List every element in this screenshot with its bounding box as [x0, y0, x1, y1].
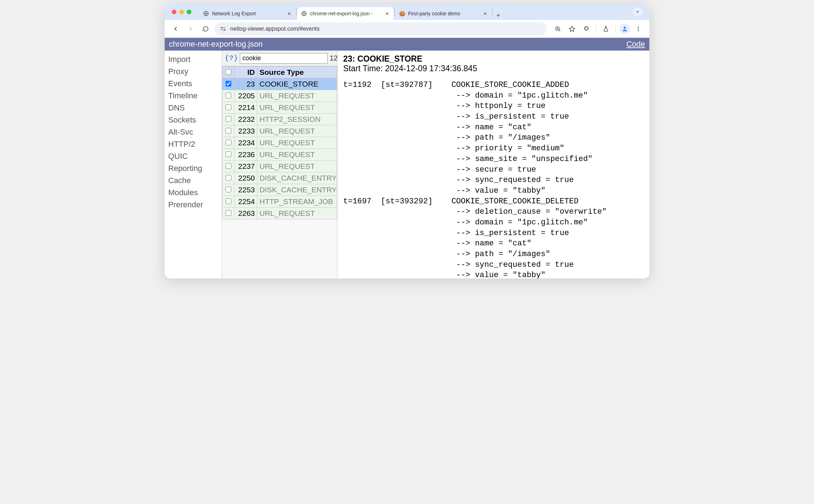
- code-link[interactable]: Code: [626, 40, 645, 49]
- row-checkbox[interactable]: [226, 116, 231, 122]
- content-area: Import Proxy Events Timeline DNS Sockets…: [165, 51, 649, 279]
- minimize-window-button[interactable]: [179, 10, 184, 14]
- sidebar-item-quic[interactable]: QUIC: [168, 150, 219, 162]
- table-row[interactable]: 2234URL_REQUEST: [222, 137, 337, 149]
- tab-network-log-export[interactable]: Network Log Export ✕: [199, 7, 295, 20]
- table-row[interactable]: 2237URL_REQUEST: [222, 161, 337, 172]
- table-row[interactable]: 2214URL_REQUEST: [222, 102, 337, 114]
- row-id: 2236: [235, 149, 257, 161]
- row-checkbox[interactable]: [226, 187, 231, 192]
- url-text: netlog-viewer.appspot.com/#events: [230, 26, 320, 32]
- row-source-type: URL_REQUEST: [257, 149, 337, 161]
- table-row[interactable]: 23COOKIE_STORE: [222, 78, 337, 90]
- close-tab-icon[interactable]: ✕: [384, 11, 390, 16]
- column-header-id[interactable]: ID: [235, 67, 257, 78]
- row-source-type: DISK_CACHE_ENTRY: [257, 172, 337, 184]
- svg-point-6: [638, 26, 639, 27]
- close-window-button[interactable]: [172, 10, 176, 14]
- back-button[interactable]: [170, 23, 182, 35]
- svg-point-7: [638, 28, 639, 30]
- address-bar[interactable]: netlog-viewer.appspot.com/#events: [215, 22, 547, 35]
- row-checkbox[interactable]: [226, 93, 231, 98]
- sidebar-item-prerender[interactable]: Prerender: [168, 199, 219, 211]
- table-row[interactable]: 2250DISK_CACHE_ENTRY: [222, 172, 337, 184]
- row-id: 2205: [235, 90, 257, 102]
- new-tab-button[interactable]: ＋: [493, 10, 503, 20]
- sidebar-item-cache[interactable]: Cache: [168, 175, 219, 187]
- globe-icon: [301, 10, 307, 17]
- select-all-checkbox[interactable]: [226, 69, 231, 75]
- row-checkbox[interactable]: [226, 163, 231, 169]
- reload-button[interactable]: [200, 23, 212, 35]
- forward-button[interactable]: [185, 23, 197, 35]
- tab-strip: Network Log Export ✕ chrome-net-export-l…: [165, 4, 649, 20]
- row-id: 2214: [235, 102, 257, 114]
- site-settings-icon[interactable]: [220, 25, 227, 32]
- tab-netlog-viewer[interactable]: chrome-net-export-log.json - ✕: [297, 7, 393, 20]
- row-id: 2233: [235, 125, 257, 137]
- event-detail-panel: 23: COOKIE_STORE Start Time: 2024-12-09 …: [338, 51, 649, 279]
- labs-icon[interactable]: [600, 23, 612, 35]
- filter-count: 12 of 69: [330, 54, 338, 62]
- sidebar-item-sockets[interactable]: Sockets: [168, 114, 219, 126]
- row-checkbox[interactable]: [226, 210, 231, 216]
- row-source-type: COOKIE_STORE: [257, 78, 337, 90]
- sidebar-item-reporting[interactable]: Reporting: [168, 162, 219, 175]
- tab-search-button[interactable]: [632, 7, 643, 16]
- row-checkbox[interactable]: [226, 140, 231, 145]
- tab-title: chrome-net-export-log.json -: [310, 11, 381, 16]
- table-row[interactable]: 2232HTTP2_SESSION: [222, 114, 337, 125]
- row-checkbox[interactable]: [226, 151, 231, 157]
- filter-input[interactable]: [240, 53, 328, 64]
- row-source-type: URL_REQUEST: [257, 102, 337, 114]
- sidebar-item-import[interactable]: Import: [168, 53, 219, 66]
- zoom-icon[interactable]: [552, 23, 564, 35]
- events-table: ID Source Type 23COOKIE_STORE2205URL_REQ…: [222, 66, 337, 219]
- tab-title: Network Log Export: [212, 11, 283, 16]
- tab-title: First-party cookie demo: [408, 11, 479, 16]
- sidebar-item-alt-svc[interactable]: Alt-Svc: [168, 126, 219, 138]
- svg-point-3: [224, 30, 225, 31]
- table-row[interactable]: 2253DISK_CACHE_ENTRY: [222, 184, 337, 196]
- row-id: 2263: [235, 208, 257, 219]
- close-tab-icon[interactable]: ✕: [286, 11, 292, 16]
- row-id: 2237: [235, 161, 257, 172]
- row-checkbox[interactable]: [226, 175, 231, 181]
- tab-first-party-cookie-demo[interactable]: 🍪 First-party cookie demo ✕: [395, 7, 491, 20]
- sidebar-item-proxy[interactable]: Proxy: [168, 66, 219, 78]
- row-checkbox[interactable]: [226, 104, 231, 110]
- table-row[interactable]: 2236URL_REQUEST: [222, 149, 337, 161]
- maximize-window-button[interactable]: [187, 10, 191, 14]
- row-source-type: URL_REQUEST: [257, 208, 337, 219]
- close-tab-icon[interactable]: ✕: [482, 11, 488, 16]
- svg-point-5: [624, 27, 626, 29]
- sidebar-item-dns[interactable]: DNS: [168, 102, 219, 114]
- row-id: 2250: [235, 172, 257, 184]
- row-source-type: URL_REQUEST: [257, 90, 337, 102]
- column-header-source[interactable]: Source Type: [257, 67, 337, 78]
- row-checkbox[interactable]: [226, 198, 231, 204]
- filter-bar: (?) 12 of 69: [222, 51, 337, 66]
- extensions-icon[interactable]: [580, 23, 592, 35]
- profile-button[interactable]: [619, 24, 630, 34]
- menu-button[interactable]: [632, 23, 644, 35]
- row-checkbox[interactable]: [226, 81, 231, 87]
- loaded-filename: chrome-net-export-log.json: [169, 40, 263, 49]
- sidebar-item-http2[interactable]: HTTP/2: [168, 138, 219, 150]
- detail-start-time: Start Time: 2024-12-09 17:34:36.845: [343, 64, 644, 73]
- svg-point-8: [638, 30, 639, 31]
- sidebar-item-events[interactable]: Events: [168, 78, 219, 90]
- row-id: 23: [235, 78, 257, 90]
- table-row[interactable]: 2205URL_REQUEST: [222, 90, 337, 102]
- table-row[interactable]: 2263URL_REQUEST: [222, 208, 337, 219]
- sidebar-item-timeline[interactable]: Timeline: [168, 90, 219, 102]
- sidebar-item-modules[interactable]: Modules: [168, 187, 219, 199]
- row-id: 2254: [235, 196, 257, 208]
- row-checkbox[interactable]: [226, 128, 231, 134]
- app-header: chrome-net-export-log.json Code: [165, 38, 649, 51]
- tabstrip-right: [632, 7, 646, 16]
- table-row[interactable]: 2233URL_REQUEST: [222, 125, 337, 137]
- filter-help-link[interactable]: (?): [225, 54, 238, 62]
- table-row[interactable]: 2254HTTP_STREAM_JOB: [222, 196, 337, 208]
- bookmark-icon[interactable]: [566, 23, 578, 35]
